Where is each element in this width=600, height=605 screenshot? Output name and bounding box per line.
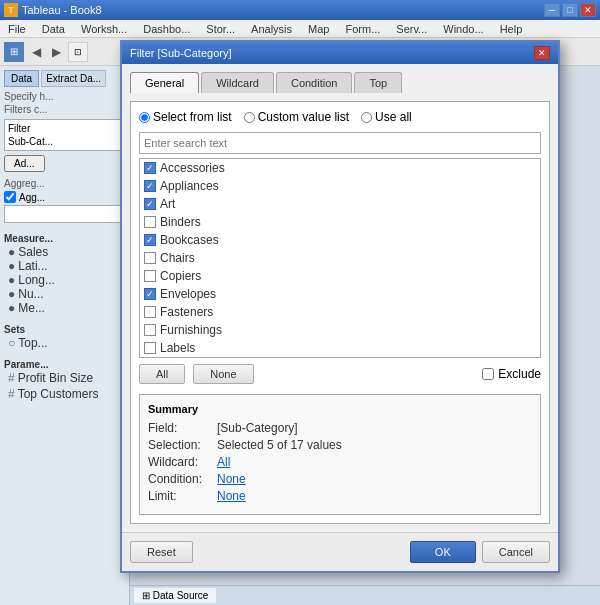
tab-general[interactable]: General bbox=[130, 72, 199, 93]
list-item[interactable]: Binders bbox=[140, 213, 540, 231]
summary-wildcard-value[interactable]: All bbox=[217, 455, 230, 469]
list-item[interactable]: ✓Art bbox=[140, 195, 540, 213]
item-checkbox[interactable]: ✓ bbox=[144, 288, 156, 300]
data-source-tab[interactable]: ⊞ Data Source bbox=[134, 588, 216, 603]
med-item[interactable]: Me... bbox=[18, 301, 45, 315]
item-label: Appliances bbox=[160, 179, 219, 193]
summary-limit-value[interactable]: None bbox=[217, 489, 246, 503]
summary-wildcard-label: Wildcard: bbox=[148, 455, 213, 469]
summary-condition-value[interactable]: None bbox=[217, 472, 246, 486]
specify-label: Specify h... bbox=[4, 91, 125, 102]
summary-field-row: Field: [Sub-Category] bbox=[148, 421, 532, 435]
list-item[interactable]: ✓Envelopes bbox=[140, 285, 540, 303]
tab-condition[interactable]: Condition bbox=[276, 72, 352, 93]
item-checkbox[interactable] bbox=[144, 342, 156, 354]
reset-button[interactable]: Reset bbox=[130, 541, 193, 563]
radio-select-list[interactable]: Select from list bbox=[139, 110, 232, 124]
radio-custom[interactable]: Custom value list bbox=[244, 110, 349, 124]
top-customers-item[interactable]: #Top Customers bbox=[4, 386, 125, 402]
sets-item[interactable]: ○Top... bbox=[4, 335, 125, 351]
list-item[interactable]: Fasteners bbox=[140, 303, 540, 321]
title-controls: ─ □ ✕ bbox=[544, 3, 596, 17]
aggreg-label: Aggreg... bbox=[4, 178, 125, 189]
item-checkbox[interactable] bbox=[144, 216, 156, 228]
none-button[interactable]: None bbox=[193, 364, 253, 384]
exclude-checkbox[interactable] bbox=[482, 368, 494, 380]
add-button[interactable]: Ad... bbox=[4, 155, 45, 172]
agg-checkbox[interactable] bbox=[4, 191, 16, 203]
item-checkbox[interactable] bbox=[144, 306, 156, 318]
menu-server[interactable]: Serv... bbox=[392, 23, 431, 35]
summary-selection-label: Selection: bbox=[148, 438, 213, 452]
ok-button[interactable]: OK bbox=[410, 541, 476, 563]
summary-wildcard-row: Wildcard: All bbox=[148, 455, 532, 469]
menu-file[interactable]: File bbox=[4, 23, 30, 35]
item-label: Binders bbox=[160, 215, 201, 229]
menu-worksheet[interactable]: Worksh... bbox=[77, 23, 131, 35]
back-button[interactable]: ◀ bbox=[28, 44, 44, 60]
menu-format[interactable]: Form... bbox=[341, 23, 384, 35]
radio-select-list-input[interactable] bbox=[139, 112, 150, 123]
menu-window[interactable]: Windo... bbox=[439, 23, 487, 35]
menu-dashboard[interactable]: Dashbo... bbox=[139, 23, 194, 35]
list-item[interactable]: Copiers bbox=[140, 267, 540, 285]
item-checkbox[interactable]: ✓ bbox=[144, 180, 156, 192]
menu-story[interactable]: Stor... bbox=[202, 23, 239, 35]
toolbar-icon[interactable]: ⊞ bbox=[4, 42, 24, 62]
window-close-button[interactable]: ✕ bbox=[580, 3, 596, 17]
item-checkbox[interactable] bbox=[144, 252, 156, 264]
filters-box: Filter Sub-Cat... bbox=[4, 119, 125, 151]
lat-item[interactable]: Lati... bbox=[18, 259, 47, 273]
radio-use-all[interactable]: Use all bbox=[361, 110, 412, 124]
item-label: Labels bbox=[160, 341, 195, 355]
search-input[interactable] bbox=[139, 132, 541, 154]
item-checkbox[interactable]: ✓ bbox=[144, 162, 156, 174]
sub-cat-item[interactable]: Sub-Cat... bbox=[7, 135, 122, 148]
menu-data[interactable]: Data bbox=[38, 23, 69, 35]
agg-dropdown[interactable] bbox=[4, 205, 125, 223]
list-item[interactable]: ✓Appliances bbox=[140, 177, 540, 195]
sales-item[interactable]: Sales bbox=[18, 245, 48, 259]
menu-map[interactable]: Map bbox=[304, 23, 333, 35]
exclude-label: Exclude bbox=[498, 367, 541, 381]
lon-item[interactable]: Long... bbox=[18, 273, 55, 287]
tab-top[interactable]: Top bbox=[354, 72, 402, 93]
minimize-button[interactable]: ─ bbox=[544, 3, 560, 17]
summary-title: Summary bbox=[148, 403, 532, 415]
toolbar-button[interactable]: ⊡ bbox=[68, 42, 88, 62]
summary-section: Summary Field: [Sub-Category] Selection:… bbox=[139, 394, 541, 515]
list-item[interactable]: ✓Accessories bbox=[140, 159, 540, 177]
list-item[interactable]: Furnishings bbox=[140, 321, 540, 339]
list-item[interactable]: ✓Bookcases bbox=[140, 231, 540, 249]
list-item[interactable]: Chairs bbox=[140, 249, 540, 267]
item-label: Copiers bbox=[160, 269, 201, 283]
menu-analysis[interactable]: Analysis bbox=[247, 23, 296, 35]
items-list[interactable]: ✓Accessories✓Appliances✓ArtBinders✓Bookc… bbox=[139, 158, 541, 358]
data-tab[interactable]: Data bbox=[4, 70, 39, 87]
dialog-title: Filter [Sub-Category] bbox=[130, 47, 534, 59]
extract-tab[interactable]: Extract Da... bbox=[41, 70, 106, 87]
dialog-close-button[interactable]: ✕ bbox=[534, 46, 550, 60]
item-checkbox[interactable]: ✓ bbox=[144, 198, 156, 210]
item-checkbox[interactable]: ✓ bbox=[144, 234, 156, 246]
list-item[interactable]: Labels bbox=[140, 339, 540, 357]
all-button[interactable]: All bbox=[139, 364, 185, 384]
params-label: Parame... bbox=[4, 359, 125, 370]
profit-bin-item[interactable]: #Profit Bin Size bbox=[4, 370, 125, 386]
cancel-button[interactable]: Cancel bbox=[482, 541, 550, 563]
summary-field-value: [Sub-Category] bbox=[217, 421, 298, 435]
tab-wildcard[interactable]: Wildcard bbox=[201, 72, 274, 93]
filter-item[interactable]: Filter bbox=[7, 122, 122, 135]
num-item[interactable]: Nu... bbox=[18, 287, 43, 301]
maximize-button[interactable]: □ bbox=[562, 3, 578, 17]
item-checkbox[interactable] bbox=[144, 270, 156, 282]
item-checkbox[interactable] bbox=[144, 324, 156, 336]
left-panel: Data Extract Da... Specify h... Filters … bbox=[0, 66, 130, 605]
radio-custom-input[interactable] bbox=[244, 112, 255, 123]
forward-button[interactable]: ▶ bbox=[48, 44, 64, 60]
radio-use-all-input[interactable] bbox=[361, 112, 372, 123]
dialog-body: General Wildcard Condition Top Select fr… bbox=[122, 64, 558, 532]
title-bar: T Tableau - Book8 ─ □ ✕ bbox=[0, 0, 600, 20]
window-title: Tableau - Book8 bbox=[22, 4, 544, 16]
menu-help[interactable]: Help bbox=[496, 23, 527, 35]
